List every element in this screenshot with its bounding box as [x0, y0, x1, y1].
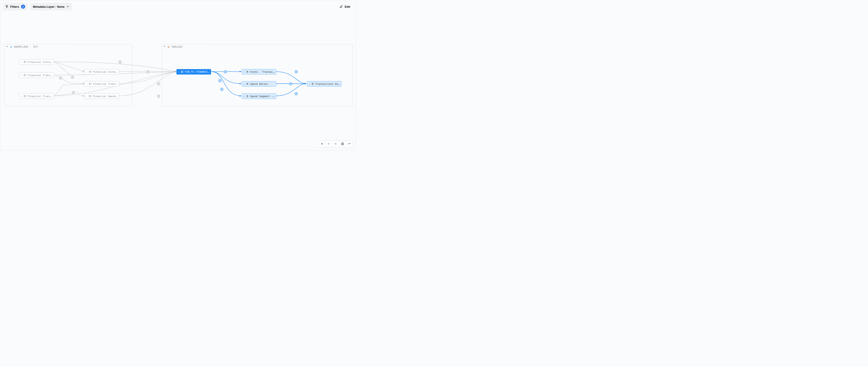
port-icon [71, 76, 74, 79]
svg-point-21 [220, 88, 223, 91]
group-header-snowflake[interactable]: SNOWFLAKE - OCF [6, 45, 38, 48]
node-spend-detail[interactable]: › Spend Detail [242, 81, 276, 87]
node-financial-spend[interactable]: › Financial Spend ... [85, 94, 119, 99]
svg-point-18 [157, 95, 160, 98]
group-header-tableau[interactable]: TABLEAU [163, 45, 183, 48]
node-financial-state[interactable]: › Financial State ... [85, 69, 119, 74]
map-view-button[interactable] [339, 140, 346, 147]
worksheet-icon [246, 70, 249, 73]
svg-rect-0 [24, 61, 26, 63]
node-financial-transa-1[interactable]: › Financial Transa... [19, 72, 54, 78]
chevron-down-icon [6, 45, 8, 48]
table-icon [24, 95, 26, 98]
node-label: Financial Customer [28, 61, 52, 64]
svg-point-25 [335, 144, 336, 144]
chevron-right-icon: › [86, 83, 87, 85]
port-icon [224, 70, 227, 73]
node-fin-tx[interactable]: › FIN_TX (FINANCE.... [176, 69, 211, 74]
svg-point-16 [71, 76, 74, 79]
node-label: Financial Transa... [28, 74, 52, 77]
port-icon [72, 91, 75, 94]
svg-point-17 [157, 82, 160, 85]
chevron-down-icon [163, 45, 166, 48]
port-icon [146, 70, 150, 73]
svg-rect-5 [89, 96, 91, 97]
port-icon [157, 95, 160, 98]
node-financial-customer[interactable]: › Financial Customer [19, 59, 54, 65]
chevron-right-icon: › [243, 83, 245, 85]
svg-point-15 [72, 91, 75, 94]
node-label: Financial Transa... [93, 82, 118, 86]
svg-point-13 [147, 70, 149, 73]
zoom-toolbar [318, 140, 353, 147]
chevron-right-icon: › [21, 74, 22, 76]
node-transactions-ove[interactable]: › Transactions Ove... [307, 81, 342, 87]
svg-point-24 [295, 92, 298, 95]
port-icon [59, 76, 62, 79]
chevron-right-icon: › [178, 71, 179, 73]
svg-rect-7 [181, 72, 183, 73]
port-icon [220, 88, 223, 91]
chevron-right-icon: › [243, 95, 245, 98]
tableau-icon [167, 45, 170, 48]
worksheet-icon [246, 95, 249, 98]
node-label: Spend Detail [250, 82, 275, 86]
node-label: FIN_TX (FINANCE.... [185, 70, 210, 73]
canvas[interactable]: SNOWFLAKE - OCF TABLEAU › Financial Cust… [0, 0, 356, 150]
svg-point-20 [219, 79, 221, 82]
svg-point-22 [295, 70, 298, 73]
node-state-transact[interactable]: › State - Transact... [242, 69, 276, 74]
chevron-right-icon: › [21, 95, 22, 98]
worksheet-icon [311, 82, 314, 85]
minimap-toggle-button[interactable] [346, 140, 353, 147]
chevron-right-icon: › [21, 61, 22, 63]
node-label: Financial State ... [93, 70, 118, 73]
port-icon [218, 79, 222, 82]
node-label: Spend Segment - ... [250, 95, 275, 98]
svg-rect-2 [24, 96, 26, 97]
port-icon [289, 82, 292, 86]
node-label: Transactions Ove... [315, 82, 340, 86]
node-financial-transa-3[interactable]: › Financial Transa... [85, 81, 119, 87]
port-icon [294, 70, 298, 73]
chevron-right-icon: › [86, 71, 87, 73]
svg-rect-4 [89, 83, 91, 85]
node-spend-segment[interactable]: › Spend Segment - ... [242, 94, 276, 99]
table-icon [24, 74, 26, 76]
port-icon [294, 92, 298, 95]
group-title: SNOWFLAKE - OCF [14, 45, 38, 48]
chevron-right-icon: › [243, 71, 245, 73]
chevron-right-icon: › [309, 83, 310, 85]
fit-to-screen-button[interactable] [332, 140, 339, 147]
zoom-out-button[interactable] [326, 140, 332, 147]
node-label: State - Transact... [250, 70, 275, 73]
snowflake-icon [9, 45, 12, 48]
svg-rect-1 [24, 74, 26, 76]
lineage-canvas-frame: Filters 2 Metadata Layer : None Edit [0, 0, 356, 151]
svg-point-14 [59, 76, 62, 79]
group-title: TABLEAU [171, 45, 183, 48]
port-icon [118, 60, 122, 64]
table-icon [24, 61, 26, 63]
table-icon [89, 95, 92, 98]
node-financial-transa-2[interactable]: › Financial Transa... [19, 94, 54, 99]
node-label: Financial Spend ... [93, 95, 118, 98]
svg-point-12 [119, 61, 121, 63]
table-icon [89, 70, 92, 73]
chevron-right-icon: › [86, 95, 87, 98]
table-icon [89, 82, 92, 85]
svg-point-19 [224, 70, 227, 73]
worksheet-icon [246, 82, 249, 85]
node-label: Financial Transa... [28, 95, 52, 98]
datasource-icon [181, 70, 183, 73]
svg-point-23 [289, 82, 292, 85]
zoom-in-button[interactable] [318, 140, 326, 147]
svg-rect-6 [181, 71, 183, 72]
svg-rect-3 [89, 71, 91, 73]
port-icon [157, 82, 160, 86]
